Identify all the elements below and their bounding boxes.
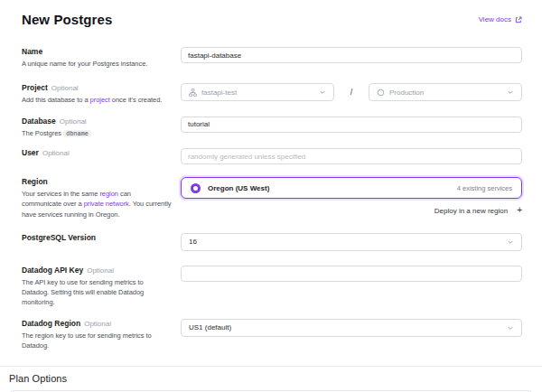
project-description: Add this database to a project once it's… <box>22 95 172 105</box>
section-divider <box>0 366 542 367</box>
dbname-code-chip: dbname <box>63 130 91 137</box>
optional-badge: Optional <box>42 149 70 157</box>
postgresql-version-label: PostgreSQL Version <box>22 233 172 242</box>
project-field-row: ProjectOptional Add this database to a p… <box>22 83 522 105</box>
database-field-row: DatabaseOptional The Postgres dbname <box>22 117 522 139</box>
optional-badge: Optional <box>51 84 79 92</box>
datadog-api-key-label: Datadog API KeyOptional <box>22 266 172 275</box>
deploy-new-region-label: Deploy in a new region <box>435 207 508 215</box>
chevron-down-icon <box>507 324 514 331</box>
chevron-down-icon <box>507 238 514 246</box>
database-label: DatabaseOptional <box>22 117 172 126</box>
optional-badge: Optional <box>87 266 114 275</box>
project-doc-link[interactable]: project <box>90 96 110 104</box>
new-postgres-form: Name A unique name for your Postgres ins… <box>0 47 542 350</box>
name-description: A unique name for your Postgres instance… <box>22 59 172 69</box>
plus-icon: + <box>517 206 522 215</box>
view-docs-label: View docs <box>479 15 511 23</box>
name-input[interactable] <box>181 47 522 63</box>
postgresql-version-select[interactable]: 16 <box>181 233 522 251</box>
environment-circle-icon <box>377 89 385 97</box>
region-option-oregon[interactable]: Oregon (US West) 4 existing services <box>181 177 522 199</box>
project-select[interactable]: fastapi-test <box>181 83 334 101</box>
environment-select-value: Production <box>389 89 424 97</box>
database-description: The Postgres dbname <box>22 128 172 139</box>
postgresql-version-value: 16 <box>189 238 197 246</box>
datadog-api-key-input[interactable] <box>181 266 522 282</box>
region-label: Region <box>22 177 172 186</box>
chevron-down-icon <box>507 89 514 96</box>
region-option-label: Oregon (US West) <box>208 184 269 192</box>
region-description: Your services in the same region can com… <box>22 189 172 219</box>
private-network-doc-link[interactable]: private network <box>84 200 129 208</box>
datadog-api-key-row: Datadog API KeyOptional The API key to u… <box>22 266 522 308</box>
page-title: New Postgres <box>22 12 112 27</box>
postgresql-version-row: PostgreSQL Version 16 <box>22 233 522 251</box>
user-field-row: UserOptional <box>22 148 522 164</box>
region-existing-services: 4 existing services <box>457 184 512 192</box>
name-field-row: Name A unique name for your Postgres ins… <box>22 47 522 69</box>
optional-badge: Optional <box>84 320 111 328</box>
project-select-value: fastapi-test <box>201 89 237 97</box>
region-doc-link[interactable]: region <box>99 190 118 198</box>
user-label: UserOptional <box>22 148 172 157</box>
optional-badge: Optional <box>60 117 87 126</box>
datadog-region-row: Datadog RegionOptional The region key to… <box>22 319 522 351</box>
project-icon <box>189 89 197 97</box>
database-input[interactable] <box>181 117 522 133</box>
user-input[interactable] <box>181 148 522 164</box>
name-label: Name <box>22 47 172 56</box>
external-link-icon <box>515 16 522 23</box>
view-docs-link[interactable]: View docs <box>479 15 522 23</box>
page-header: New Postgres View docs <box>0 0 542 27</box>
chevron-down-icon <box>319 89 326 96</box>
datadog-region-description: The region key to use for sending metric… <box>22 331 172 351</box>
plan-options-heading: Plan Options <box>9 373 542 384</box>
deploy-new-region-link[interactable]: Deploy in a new region + <box>181 206 522 215</box>
region-field-row: Region Your services in the same region … <box>22 177 522 219</box>
datadog-region-label: Datadog RegionOptional <box>22 319 172 328</box>
datadog-region-value: US1 (default) <box>189 323 231 331</box>
project-environment-separator: / <box>334 88 369 97</box>
project-label: ProjectOptional <box>22 83 172 92</box>
datadog-region-select[interactable]: US1 (default) <box>181 319 522 337</box>
datadog-api-key-description: The API key to use for sending metrics t… <box>22 277 172 308</box>
radio-selected-icon <box>191 183 201 193</box>
environment-select[interactable]: Production <box>369 83 522 101</box>
